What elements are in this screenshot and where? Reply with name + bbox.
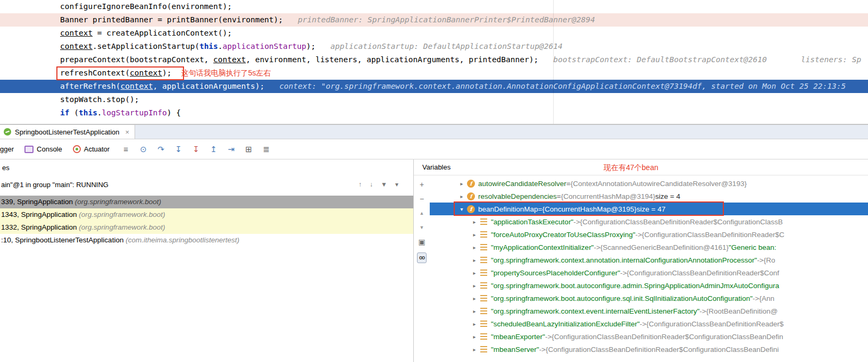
- chevron-right-icon[interactable]: ▸: [470, 347, 479, 352]
- variable-name: autowireCandidateResolver: [478, 180, 566, 188]
- chevron-right-icon[interactable]: ▸: [470, 334, 479, 340]
- filter-icon[interactable]: ▼: [381, 181, 387, 188]
- scroll-up-icon[interactable]: ▲: [420, 209, 424, 217]
- step-out-icon[interactable]: ↥: [207, 145, 220, 154]
- dropdown-chevron-icon[interactable]: ▾: [395, 181, 398, 188]
- variable-row[interactable]: ▸"mbeanServer" -> {ConfigurationClassBea…: [430, 343, 868, 356]
- chevron-right-icon[interactable]: ▸: [470, 245, 479, 250]
- watches-icon[interactable]: oo: [417, 252, 427, 263]
- code-text: context: [60, 29, 93, 37]
- scroll-down-icon[interactable]: ▼: [420, 224, 424, 231]
- force-step-into-icon[interactable]: ↧: [189, 145, 203, 154]
- frame-row[interactable]: 339, SpringApplication (org.springframew…: [0, 196, 413, 208]
- variables-title: Variables: [422, 163, 450, 171]
- variable-row[interactable]: ▸"org.springframework.boot.autoconfigure…: [430, 292, 868, 305]
- code-text: (: [69, 108, 78, 117]
- variable-row[interactable]: ▸"scheduledBeanLazyInitializationExclude…: [430, 317, 868, 330]
- chevron-right-icon[interactable]: ▸: [470, 283, 479, 289]
- close-icon[interactable]: ×: [126, 128, 130, 136]
- toolbar-tab-label: Actuator: [84, 145, 110, 153]
- debug-tab-bar: SpringbootListenerTestApplication ×: [0, 124, 868, 139]
- frame-down-icon[interactable]: ↓: [370, 181, 373, 188]
- variable-row[interactable]: ▸"forceAutoProxyCreatorToUseClassProxyin…: [430, 228, 868, 241]
- code-editor[interactable]: configureIgnoreBeanInfo(environment);Ban…: [0, 0, 868, 124]
- code-text: .: [218, 42, 223, 50]
- entry-value: {ConfigurationClassBeanDefinitionReader$: [646, 320, 783, 328]
- frame-package: (com.itheima.springbootlistenertest): [126, 236, 239, 244]
- code-text: context: [121, 82, 153, 90]
- code-line: refreshContext(context);这句话我电脑执行了5s左右: [0, 66, 868, 80]
- equals-sign: =: [538, 205, 542, 213]
- debug-session-tab[interactable]: SpringbootListenerTestApplication ×: [0, 125, 135, 139]
- code-text: , applicationArguments);: [153, 82, 265, 90]
- chevron-right-icon[interactable]: ▸: [457, 181, 466, 187]
- console-icon: [24, 146, 34, 153]
- code-text: this: [199, 42, 218, 50]
- variable-row[interactable]: ▸"applicationTaskExecutor" -> {Configura…: [430, 215, 868, 228]
- thread-selector[interactable]: ain"@1 in group "main": RUNNING ↑↓▼▾: [0, 175, 413, 193]
- variable-row[interactable]: ▸"org.springframework.boot.autoconfigure…: [430, 279, 868, 292]
- variable-row[interactable]: ▾fbeanDefinitionMap = {ConcurrentHashMap…: [430, 203, 868, 215]
- variable-row[interactable]: ▸fresolvableDependencies = {ConcurrentHa…: [430, 190, 868, 203]
- arrow-separator: ->: [545, 333, 552, 341]
- frame-row[interactable]: 1332, SpringApplication (org.springframe…: [0, 221, 413, 234]
- chevron-right-icon[interactable]: ▸: [470, 296, 479, 301]
- chevron-right-icon[interactable]: ▸: [470, 308, 479, 314]
- run-to-cursor-icon[interactable]: ⇥: [224, 145, 238, 154]
- arrow-separator: ->: [573, 218, 580, 226]
- chevron-right-icon[interactable]: ▸: [470, 232, 479, 238]
- step-over-icon[interactable]: ↷: [154, 145, 168, 154]
- field-icon: f: [467, 192, 475, 200]
- toolbar-tab-gger[interactable]: gger: [0, 145, 14, 153]
- entry-value: {ConfigurationClassBeanDefinitionReader$…: [546, 346, 779, 353]
- chevron-right-icon[interactable]: ▸: [470, 219, 479, 225]
- entry-key: "scheduledBeanLazyInitializationExcludeF…: [491, 320, 640, 328]
- code-text: .: [97, 108, 102, 117]
- map-entry-icon: [480, 282, 487, 289]
- code-text: if: [60, 108, 69, 117]
- hamburger-menu-icon[interactable]: ≡: [119, 145, 132, 154]
- settings-icon[interactable]: ≣: [260, 145, 273, 154]
- frame-package: (org.springframework.boot): [75, 198, 161, 206]
- variable-row[interactable]: ▸"propertySourcesPlaceholderConfigurer" …: [430, 266, 868, 279]
- entry-key: "forceAutoProxyCreatorToUseClassProxying…: [491, 231, 635, 239]
- chevron-right-icon[interactable]: ▸: [470, 257, 479, 263]
- view-breakpoints-icon[interactable]: ⊞: [242, 145, 255, 154]
- variable-rows: ▸fautowireCandidateResolver = {ContextAn…: [430, 175, 868, 362]
- variable-row[interactable]: ▸"myApplicationContextInitializer" -> {S…: [430, 241, 868, 254]
- variable-row[interactable]: ▸"org.springframework.context.event.inte…: [430, 305, 868, 317]
- code-text: configureIgnoreBeanInfo(environment);: [60, 2, 232, 11]
- annotation-text: 这句话我电脑执行了5s左右: [181, 69, 271, 77]
- entry-key: "org.springframework.boot.autoconfigure.…: [491, 294, 753, 302]
- step-into-icon[interactable]: ↧: [172, 145, 185, 154]
- arrow-separator: ->: [699, 307, 706, 315]
- chevron-right-icon[interactable]: ▸: [470, 270, 479, 276]
- entry-key: "propertySourcesPlaceholderConfigurer": [491, 269, 620, 277]
- chevron-right-icon[interactable]: ▸: [457, 193, 466, 199]
- show-execution-point-icon[interactable]: ⊙: [137, 145, 150, 154]
- variables-pane-header: Variables 现在有47个bean: [414, 159, 868, 175]
- toolbar-tab-actuator[interactable]: Actuator: [73, 145, 110, 153]
- entry-key: "mbeanExporter": [491, 333, 545, 341]
- frame-row[interactable]: 1343, SpringApplication (org.springframe…: [0, 208, 413, 221]
- chevron-right-icon[interactable]: ▸: [470, 321, 479, 327]
- copy-value-icon[interactable]: ▣: [418, 238, 425, 246]
- variables-body: +−▲▼▣oo ▸fautowireCandidateResolver = {C…: [414, 175, 868, 362]
- map-entry-icon: [480, 257, 487, 263]
- debug-session-tab-label: SpringbootListenerTestApplication: [15, 128, 120, 136]
- add-watch-icon[interactable]: +: [420, 181, 424, 188]
- code-text: context: [213, 55, 246, 64]
- variable-row[interactable]: ▸fautowireCandidateResolver = {ContextAn…: [430, 177, 868, 190]
- remove-watch-icon[interactable]: −: [420, 195, 424, 203]
- frame-location: :10, SpringbootListenerTestApplication: [1, 236, 126, 244]
- variable-row[interactable]: ▸"org.springframework.context.annotation…: [430, 254, 868, 266]
- code-line: context = createApplicationContext();: [0, 27, 868, 40]
- toolbar-tab-console[interactable]: Console: [24, 145, 62, 153]
- debug-toolbar: ggerConsoleActuator ≡⊙↷↧↧↥⇥⊞≣: [0, 139, 868, 159]
- variable-row[interactable]: ▸"mbeanExporter" -> {ConfigurationClassB…: [430, 330, 868, 343]
- bean-count-annotation: 现在有47个bean: [604, 163, 658, 173]
- frame-up-icon[interactable]: ↑: [358, 181, 362, 188]
- frame-row[interactable]: :10, SpringbootListenerTestApplication (…: [0, 234, 413, 247]
- chevron-down-icon[interactable]: ▾: [457, 206, 466, 212]
- code-text: stopWatch.stop();: [60, 95, 139, 104]
